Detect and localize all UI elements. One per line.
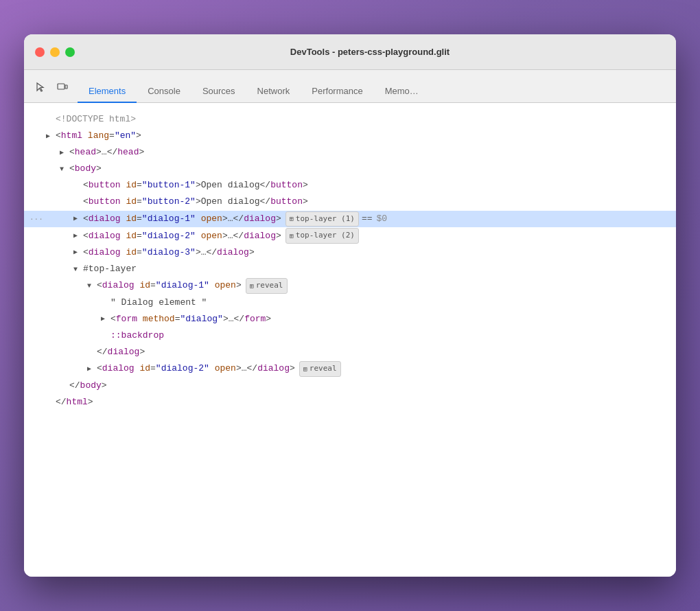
- dialog2-text: <dialog id="dialog-2" open>…</dialog>: [83, 229, 281, 244]
- top-layer-dialog1-toggle[interactable]: [87, 280, 97, 292]
- dom-top-layer-dialog-2[interactable]: <dialog id="dialog-2" open>…</dialog> ⊞ …: [24, 360, 676, 378]
- dom-html-close: </html>: [24, 394, 676, 411]
- dialog1-text: <dialog id="dialog-1" open>…</dialog>: [83, 211, 281, 227]
- html-close-text: </html>: [56, 395, 93, 410]
- top-layer-2-badge[interactable]: ⊞ top-layer (2): [285, 228, 359, 244]
- window-title: DevTools - peters-css-playground.glit: [75, 47, 665, 57]
- html-toggle[interactable]: [46, 130, 56, 142]
- badge-icon: ⊞: [290, 230, 294, 242]
- dom-form[interactable]: <form method="dialog">…</form>: [24, 311, 676, 327]
- dom-dialog-1[interactable]: ··· <dialog id="dialog-1" open>…</dialog…: [24, 211, 676, 228]
- reveal-label: reveal: [256, 279, 283, 292]
- title-bar: DevTools - peters-css-playground.glit: [24, 34, 676, 70]
- dom-dialog-2[interactable]: <dialog id="dialog-2" open>…</dialog> ⊞ …: [24, 227, 676, 244]
- top-layer-dialog2-text: <dialog id="dialog-2" open>…</dialog>: [97, 361, 295, 376]
- dialog1-toggle[interactable]: [73, 213, 83, 224]
- button2-text: <button id="button-2">Open dialog</butto…: [83, 194, 308, 209]
- three-dots: ···: [30, 213, 43, 226]
- dom-panel: <!DOCTYPE html> <html lang="en"> <head>……: [24, 103, 676, 577]
- dialog3-toggle[interactable]: [73, 246, 83, 258]
- dom-dialog-close: </dialog>: [24, 344, 676, 360]
- dialog2-toggle[interactable]: [73, 230, 83, 242]
- minimize-button[interactable]: [50, 47, 60, 57]
- form-toggle[interactable]: [101, 313, 110, 325]
- badge-icon: ⊞: [303, 363, 307, 375]
- badge-icon: ⊞: [290, 213, 294, 224]
- devtools-window: DevTools - peters-css-playground.glit El…: [24, 34, 676, 577]
- dom-doctype: <!DOCTYPE html>: [24, 111, 676, 128]
- svg-rect-1: [65, 85, 67, 89]
- equal-sign: ==: [362, 211, 373, 227]
- html-tag-text: <html lang="en">: [56, 128, 141, 143]
- devtools-icon-group: [31, 78, 72, 97]
- backdrop-text: ::backdrop: [110, 328, 164, 343]
- reveal-badge-1[interactable]: ⊞ reveal: [246, 278, 288, 294]
- dom-button-2[interactable]: <button id="button-2">Open dialog</butto…: [24, 194, 676, 210]
- top-layer-1-badge[interactable]: ⊞ top-layer (1): [285, 211, 359, 227]
- dom-dialog-3[interactable]: <dialog id="dialog-3">…</dialog>: [24, 244, 676, 261]
- dom-backdrop: ::backdrop: [24, 327, 676, 344]
- dialog3-text: <dialog id="dialog-3">…</dialog>: [83, 245, 255, 260]
- tab-performance[interactable]: Performance: [301, 80, 373, 103]
- dom-body-open[interactable]: <body>: [24, 161, 676, 177]
- badge-icon: ⊞: [250, 280, 254, 292]
- top-layer-text: #top-layer: [83, 262, 137, 277]
- dom-html[interactable]: <html lang="en">: [24, 128, 676, 144]
- top-layer-toggle[interactable]: [73, 264, 83, 275]
- close-button[interactable]: [35, 47, 45, 57]
- svg-rect-0: [58, 84, 65, 89]
- dialog-text-content: " Dialog element ": [110, 295, 207, 310]
- top-layer-dialog1-text: <dialog id="dialog-1" open>: [97, 278, 242, 293]
- reveal-label-2: reveal: [310, 362, 337, 376]
- badge-label: top-layer (1): [296, 213, 355, 226]
- tab-bar: Elements Console Sources Network Perform…: [24, 70, 676, 103]
- tab-memory[interactable]: Memo…: [374, 80, 430, 103]
- head-toggle[interactable]: [60, 147, 69, 159]
- doctype-text: <!DOCTYPE html>: [56, 112, 136, 127]
- top-layer-dialog2-toggle[interactable]: [87, 363, 97, 375]
- tab-sources[interactable]: Sources: [191, 80, 246, 103]
- button1-text: <button id="button-1">Open dialog</butto…: [83, 178, 308, 193]
- body-close-text: </body>: [69, 378, 107, 393]
- traffic-lights: [35, 47, 75, 57]
- dom-body-close: </body>: [24, 378, 676, 394]
- tab-network[interactable]: Network: [246, 80, 301, 103]
- dom-top-layer[interactable]: #top-layer: [24, 261, 676, 277]
- tab-console[interactable]: Console: [137, 80, 191, 103]
- tab-elements[interactable]: Elements: [78, 80, 137, 103]
- form-text: <form method="dialog">…</form>: [110, 312, 271, 327]
- reveal-badge-2[interactable]: ⊞ reveal: [299, 361, 341, 377]
- device-toggle-icon[interactable]: [53, 78, 72, 97]
- body-open-text: <body>: [69, 161, 102, 176]
- maximize-button[interactable]: [65, 47, 75, 57]
- dom-top-layer-dialog-1[interactable]: <dialog id="dialog-1" open> ⊞ reveal: [24, 277, 676, 295]
- dialog-close-text: </dialog>: [97, 345, 145, 360]
- dom-button-1[interactable]: <button id="button-1">Open dialog</butto…: [24, 177, 676, 194]
- cursor-icon[interactable]: [31, 78, 50, 97]
- dom-head[interactable]: <head>…</head>: [24, 144, 676, 161]
- head-tag-text: <head>…</head>: [69, 145, 144, 160]
- body-toggle[interactable]: [60, 163, 69, 175]
- dollar-sign: $0: [377, 211, 388, 227]
- badge-label: top-layer (2): [296, 229, 355, 242]
- dom-dialog-text-node: " Dialog element ": [24, 295, 676, 311]
